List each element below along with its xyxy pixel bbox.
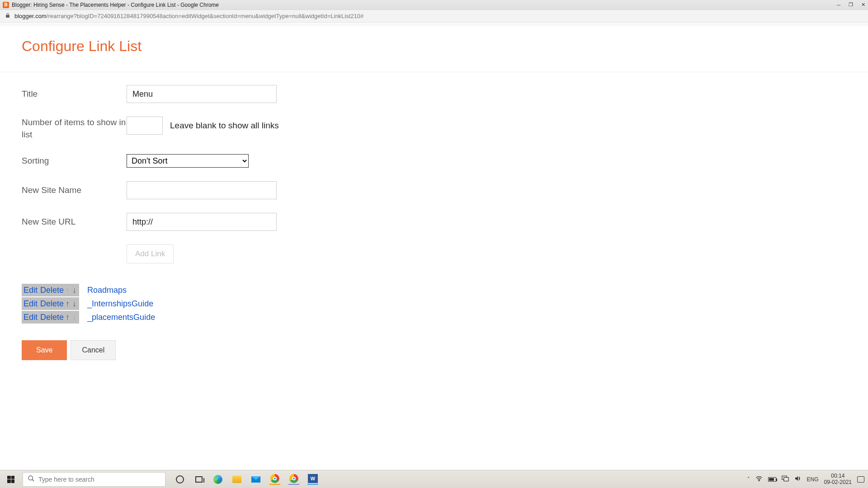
move-up-icon[interactable]: ↑ bbox=[65, 313, 71, 322]
page-title: Configure Link List bbox=[22, 38, 846, 55]
volume-icon[interactable] bbox=[794, 475, 802, 483]
row-site-name: New Site Name bbox=[22, 181, 846, 199]
chrome-icon-2[interactable] bbox=[288, 474, 299, 485]
main-content: Configure Link List Title Number of item… bbox=[0, 25, 868, 360]
taskbar: Type here to search W ˄ ENG 00:14 09-02-… bbox=[0, 470, 868, 488]
notifications-icon[interactable] bbox=[857, 476, 864, 483]
move-down-icon: ↓ bbox=[71, 313, 77, 322]
link-actions: Edit Delete ↑↓ bbox=[22, 311, 79, 324]
wifi-icon[interactable] bbox=[755, 476, 763, 483]
site-url-input[interactable] bbox=[127, 213, 277, 231]
site-name-input[interactable] bbox=[127, 181, 277, 199]
edit-link[interactable]: Edit bbox=[24, 299, 38, 309]
edge-icon[interactable] bbox=[212, 474, 223, 485]
label-site-url: New Site URL bbox=[22, 216, 127, 228]
project-icon[interactable] bbox=[782, 475, 789, 483]
label-num-items: Number of items to show in list bbox=[22, 117, 127, 141]
edit-link[interactable]: Edit bbox=[24, 313, 38, 322]
title-input[interactable] bbox=[127, 85, 277, 103]
links-list: Edit Delete ↑↓RoadmapsEdit Delete ↑↓_Int… bbox=[22, 283, 846, 324]
taskbar-search[interactable]: Type here to search bbox=[23, 472, 165, 487]
link-actions: Edit Delete ↑↓ bbox=[22, 297, 79, 310]
divider bbox=[0, 72, 868, 72]
windows-logo-icon bbox=[7, 476, 14, 483]
link-row: Edit Delete ↑↓_placementsGuide bbox=[22, 310, 846, 324]
clock-time: 00:14 bbox=[824, 473, 852, 479]
delete-link[interactable]: Delete bbox=[40, 299, 64, 309]
link-row: Edit Delete ↑↓_InternshipsGuide bbox=[22, 297, 846, 310]
search-icon bbox=[28, 475, 35, 483]
url-path: /rearrange?blogID=72409161284817990548ac… bbox=[47, 13, 363, 19]
blogger-favicon: B bbox=[3, 2, 9, 8]
window-titlebar: B Blogger: Hiring Sense - The Placements… bbox=[0, 0, 868, 10]
svg-point-0 bbox=[28, 476, 33, 480]
word-icon[interactable]: W bbox=[307, 474, 318, 485]
window-controls: ─ ❐ ✕ bbox=[837, 2, 865, 8]
svg-point-2 bbox=[759, 480, 760, 481]
sorting-select[interactable]: Don't Sort bbox=[127, 154, 249, 168]
row-title: Title bbox=[22, 85, 846, 103]
clock[interactable]: 00:14 09-02-2021 bbox=[824, 473, 852, 486]
move-up-icon: ↑ bbox=[65, 286, 71, 295]
add-link-button[interactable]: Add Link bbox=[127, 244, 174, 263]
svg-rect-4 bbox=[783, 478, 788, 481]
link-row: Edit Delete ↑↓Roadmaps bbox=[22, 283, 846, 297]
label-sorting: Sorting bbox=[22, 155, 127, 167]
cancel-button[interactable]: Cancel bbox=[71, 340, 116, 360]
label-site-name: New Site Name bbox=[22, 184, 127, 197]
link-name[interactable]: _placementsGuide bbox=[87, 313, 155, 322]
window-title: Blogger: Hiring Sense - The Placements H… bbox=[12, 2, 837, 8]
tray-overflow-icon[interactable]: ˄ bbox=[747, 476, 750, 482]
buttons-row: Save Cancel bbox=[22, 340, 846, 360]
link-name[interactable]: _InternshipsGuide bbox=[87, 299, 153, 309]
move-down-icon[interactable]: ↓ bbox=[71, 286, 77, 295]
num-items-input[interactable] bbox=[127, 117, 163, 135]
lock-icon bbox=[5, 13, 11, 19]
system-tray: ˄ ENG 00:14 09-02-2021 bbox=[744, 473, 868, 486]
address-bar[interactable]: blogger.com/rearrange?blogID=72409161284… bbox=[0, 10, 868, 23]
move-down-icon[interactable]: ↓ bbox=[71, 299, 77, 309]
language-indicator[interactable]: ENG bbox=[807, 476, 819, 483]
delete-link[interactable]: Delete bbox=[40, 313, 64, 322]
start-button[interactable] bbox=[0, 470, 22, 488]
row-site-url: New Site URL bbox=[22, 213, 846, 231]
file-explorer-icon[interactable] bbox=[231, 474, 242, 485]
save-button[interactable]: Save bbox=[22, 340, 67, 360]
svg-line-1 bbox=[32, 479, 34, 481]
task-view-icon[interactable] bbox=[193, 474, 204, 485]
taskbar-pinned: W bbox=[175, 474, 318, 485]
url-host: blogger.com bbox=[14, 13, 47, 19]
chrome-icon[interactable] bbox=[269, 474, 280, 485]
maximize-button[interactable]: ❐ bbox=[849, 2, 853, 8]
battery-icon[interactable] bbox=[768, 477, 776, 482]
mail-icon[interactable] bbox=[250, 474, 261, 485]
minimize-button[interactable]: ─ bbox=[837, 2, 840, 8]
delete-link[interactable]: Delete bbox=[40, 286, 64, 295]
row-sorting: Sorting Don't Sort bbox=[22, 154, 846, 168]
num-items-hint: Leave blank to show all links bbox=[170, 121, 279, 131]
clock-date: 09-02-2021 bbox=[824, 479, 852, 486]
row-num-items: Number of items to show in list Leave bl… bbox=[22, 117, 846, 141]
cortana-icon[interactable] bbox=[175, 474, 185, 485]
link-actions: Edit Delete ↑↓ bbox=[22, 284, 79, 296]
move-up-icon[interactable]: ↑ bbox=[65, 299, 71, 309]
edit-link[interactable]: Edit bbox=[24, 286, 38, 295]
close-button[interactable]: ✕ bbox=[861, 2, 865, 8]
label-title: Title bbox=[22, 88, 127, 100]
row-add-link: Add Link bbox=[22, 244, 846, 263]
link-name[interactable]: Roadmaps bbox=[87, 286, 127, 295]
search-placeholder: Type here to search bbox=[38, 476, 94, 483]
